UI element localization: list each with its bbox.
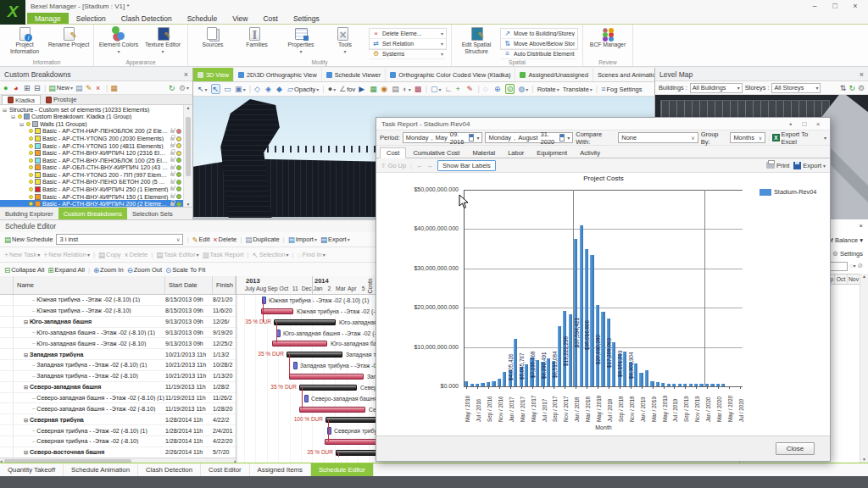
section-box-icon[interactable]: ▢▾ <box>431 85 442 93</box>
column-header-finish[interactable]: Finish <box>213 276 236 294</box>
import-breakdown-icon[interactable]: ▤ <box>75 84 83 92</box>
view-tab-orthographic-color-coded-view-kladka[interactable]: Orthographic Color Coded View (Kladka) <box>386 68 515 81</box>
copy-task-button[interactable]: ▤Copy <box>98 251 121 259</box>
lob-scrollbar[interactable]: ▲▼ <box>860 274 868 463</box>
view-tab-3d-view[interactable]: 3D View <box>193 68 234 81</box>
chart-bar[interactable] <box>656 382 659 386</box>
close-panel-icon[interactable]: × <box>860 222 863 230</box>
ribbon-button-rename-project[interactable]: Rename Project <box>47 25 91 58</box>
ribbon-button-tools[interactable]: Tools▾ <box>323 25 367 58</box>
chart-bar[interactable] <box>558 326 561 386</box>
minimize-icon[interactable]: – <box>805 1 824 11</box>
ribbon-tab-clash-detection[interactable]: Clash Detection <box>114 13 180 24</box>
tree-node-walls[interactable]: ⊟Walls (11 Groups) <box>0 120 192 128</box>
zoom-selected-icon[interactable]: ⊕ <box>494 85 502 93</box>
schedule-row[interactable]: ⊟Северо-западная башня11/19/2013 11h1/28… <box>0 382 236 393</box>
bottom-tab-quantity-takeoff[interactable]: Quantity Takeoff <box>0 463 64 476</box>
print-button[interactable]: Print <box>766 162 789 169</box>
show-bar-labels-button[interactable]: Show Bar Labels <box>437 160 496 171</box>
tree-item[interactable]: Basic - АР-СТН-ВНУ-ПЕНО БЕТОН 200 (5 Ele… <box>0 179 192 186</box>
view-tab-scenes-and-animations[interactable]: Scenes and Animations <box>593 68 654 81</box>
chart-bar[interactable] <box>645 370 648 386</box>
collapse-icon[interactable]: ⊟ <box>24 417 28 423</box>
collapse-selection-icon[interactable]: ⊟ <box>34 84 42 92</box>
ribbon-tab-manage[interactable]: Manage <box>27 13 69 24</box>
view-tab-2d-3d-orthographic-view[interactable]: 2D\3D Orthographic View <box>234 68 322 81</box>
selection-mode-icon[interactable]: ↖▾ <box>198 85 208 93</box>
export-button[interactable]: Export▾ <box>793 162 826 169</box>
refresh-icon[interactable]: ↻ <box>849 84 855 92</box>
chart-bar[interactable] <box>710 384 714 386</box>
chart-bar[interactable] <box>569 314 572 386</box>
tree-item[interactable]: Basic - АР-СТН-ВНУ-КИРПИЧ 120 (2316 Elem… <box>0 149 192 157</box>
gear-icon[interactable]: ⚙ <box>858 84 865 92</box>
visibility-icon[interactable]: ◉ <box>381 85 388 93</box>
collapse-icon[interactable]: ⊟ <box>10 114 16 119</box>
task-report-button[interactable]: ▥Task Report <box>202 251 243 259</box>
element-filter-icon[interactable]: ▣▾ <box>235 85 246 93</box>
compare-with-select[interactable]: None∨ <box>618 132 698 143</box>
view-cube-front-icon[interactable]: ◈ <box>265 85 273 93</box>
scroll-down-icon[interactable]: ▼ <box>184 202 192 207</box>
ribbon-button-sources[interactable]: Sources <box>191 25 235 58</box>
tree-item[interactable]: Basic - АР-ОБЛ-СТН-ВНУ-КИРПИЧ 120 (43 El… <box>0 164 192 172</box>
task-editor-button[interactable]: ▤Task Editor▾ <box>156 251 198 259</box>
chart-bar[interactable] <box>634 363 637 386</box>
schedule-row[interactable]: –Западная трибуна - -Этаж -02 (-8.10) (1… <box>0 360 236 371</box>
gantt-bar-summary[interactable] <box>299 385 357 391</box>
chart-bar[interactable] <box>481 383 484 386</box>
marquee-select-icon[interactable]: ▭ <box>224 85 231 93</box>
edit-breakdown-icon[interactable]: ✎ <box>86 84 93 92</box>
tree-node-root[interactable]: ⊟Structure - Custom set of elements (102… <box>0 106 192 114</box>
report-tab-activity[interactable]: Activity <box>574 148 606 158</box>
ribbon-tab-settings[interactable]: Settings <box>286 13 327 24</box>
calendar-icon[interactable] <box>559 134 565 141</box>
ribbon-button-systems[interactable]: ⚙Systems▾ <box>370 49 446 59</box>
panel-tab-custom-breakdowns[interactable]: Custom Breakdowns <box>58 208 127 219</box>
storeys-select[interactable]: All Storeys▾ <box>771 83 821 93</box>
tree-item[interactable]: Basic - АР-СТН-ВНУ-КИРПИЧ 200 (2 Element… <box>0 200 192 207</box>
schedule-row[interactable]: –Северо-западная башня - -Этаж -02 (-8.1… <box>0 393 236 404</box>
collapse-all-button[interactable]: ⊟Collapse All <box>4 266 44 274</box>
translate-button[interactable]: Translate▾ <box>563 86 593 93</box>
go-up-button[interactable]: ⇧ Go Up <box>381 162 406 169</box>
chart-bar[interactable] <box>525 364 528 386</box>
schedule-row[interactable]: ⊟Юго-западная башня9/13/2013 09h12/26/ <box>0 317 236 328</box>
storey-filter-icon[interactable]: ⇅ <box>840 84 847 92</box>
color-palette-icon[interactable]: ▩ <box>415 85 422 93</box>
collapse-icon[interactable]: ⊟ <box>24 319 28 324</box>
schedule-row[interactable]: ⊟Северная трибуна1/28/2014 11h4/22/2 <box>0 414 236 425</box>
schedule-row[interactable]: –Юго-западная башня - -Этаж -02 (-8.10) … <box>0 328 236 339</box>
chart-bar[interactable] <box>503 372 506 386</box>
gantt-bar-task[interactable] <box>289 374 364 380</box>
maximize-icon[interactable]: □ <box>798 120 811 128</box>
breakdown-tab-kladka[interactable]: Kladka <box>2 95 41 104</box>
gantt-milestone[interactable] <box>293 362 298 369</box>
schedule-row[interactable]: –Северо-западная башня - -Этаж -02 (-8.1… <box>0 403 236 414</box>
selection-button[interactable]: ↖Selection▾ <box>253 251 289 259</box>
minimap-icon[interactable]: ▦ <box>370 85 377 93</box>
schedule-row[interactable]: –Северная трибуна - -Этаж -02 (-8.10)1/2… <box>0 436 236 447</box>
chart-bar[interactable] <box>699 384 703 386</box>
tree-item[interactable]: Basic - АР-СТН-YTONG 100 (4811 Elements) <box>0 142 192 150</box>
schedule-row[interactable]: –Южная трибуна - -Этаж -02 (-8.10)8/15/2… <box>0 306 236 317</box>
new-task-button[interactable]: +New Task▾ <box>4 251 40 259</box>
close-panel-icon[interactable]: × <box>184 70 188 79</box>
report-tab-equipment[interactable]: Equipment <box>531 148 573 158</box>
fog-settings-button[interactable]: ≡Fog Settings <box>601 85 642 93</box>
ribbon-button-bcf-manager[interactable]: BCF Manager <box>586 25 630 58</box>
maximize-icon[interactable]: □ <box>826 1 844 11</box>
ribbon-button-edit-spatial-structure[interactable]: Edit Spatial Structure <box>454 25 498 58</box>
scale-to-fit-button[interactable]: ⊙Scale To Fit <box>165 266 205 274</box>
delete-schedule-button[interactable]: ×Delete <box>214 236 237 244</box>
ribbon-button-element-colors[interactable]: Element Colors▾ <box>97 25 141 58</box>
snapshot-icon[interactable]: ▤ <box>392 85 399 93</box>
opacity-button[interactable]: ▱Opacity▾ <box>287 85 319 93</box>
chart-bar[interactable] <box>585 249 588 387</box>
expand-all-button[interactable]: ⊞Expand All <box>47 266 85 274</box>
chart-bar[interactable] <box>689 384 693 386</box>
bottom-tab-cost-editor[interactable]: Cost Editor <box>201 463 250 476</box>
ribbon-button-delete-eleme[interactable]: ×Delete Eleme...▾ <box>370 29 446 39</box>
buildings-select[interactable]: All Buildings▾ <box>690 83 743 93</box>
tree-item[interactable]: Basic - АР-СТН-НАР-ПЕНОБЛОК 200 (2 Eleme… <box>0 128 192 136</box>
